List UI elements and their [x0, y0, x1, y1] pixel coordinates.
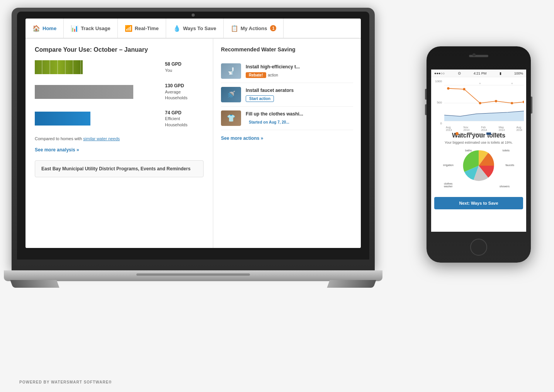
action-thumb-toilet: 🚽 — [221, 63, 241, 79]
clothes-icon: 👕 — [227, 114, 235, 122]
nav-ways-label: Ways To Save — [183, 25, 216, 31]
laptop-bezel: 🏠 Home 📊 Track Usage 📶 Real-Time 💧 Ways … — [17, 12, 369, 260]
y-label-1000: 1000 — [431, 80, 442, 83]
action-info-faucet: Install faucet aerators Start action — [246, 88, 353, 102]
phone-home-button[interactable] — [470, 239, 487, 256]
actions-badge: 1 — [270, 25, 276, 31]
nav-item-home[interactable]: 🏠 Home — [25, 19, 64, 38]
nav-item-real-time[interactable]: 📶 Real-Time — [118, 19, 166, 38]
left-panel: Compare Your Use: October – January 58 G… — [25, 39, 213, 248]
action-thumb-faucet: 🚿 — [221, 87, 241, 102]
programs-section: East Bay Municipal Utility District Prog… — [35, 160, 204, 177]
watch-desc: Your biggest estimated use is toilets at… — [435, 141, 522, 144]
rebate-suffix: action — [268, 73, 278, 77]
bar-green-pattern — [35, 60, 83, 74]
you-line — [448, 88, 524, 103]
action-item-toilet: 🚽 Install high-efficiency t... Rebate! a… — [221, 59, 353, 83]
bar-efficient-label: 74 GPD EfficientHouseholds — [165, 110, 204, 128]
laptop-nav: 🏠 Home 📊 Track Usage 📶 Real-Time 💧 Ways … — [25, 19, 361, 39]
nav-track-label: Track Usage — [81, 25, 110, 31]
right-panel-title: Recommended Water Saving — [221, 46, 353, 53]
bar-you-gpd: 58 GPD — [165, 61, 182, 67]
pie-label-showers: showers — [500, 185, 510, 188]
bar-average-gpd: 130 GPD — [165, 83, 184, 88]
action-name-clothes: Fill up the clothes washi... — [246, 111, 353, 117]
laptop-shell: 🏠 Home 📊 Track Usage 📶 Real-Time 💧 Ways … — [12, 8, 375, 270]
legend-you: You — [455, 132, 464, 135]
toilet-icon: 🚽 — [227, 67, 235, 75]
bar-you-label: 58 GPD You — [165, 61, 204, 73]
action-item-faucet: 🚿 Install faucet aerators Start action — [221, 83, 353, 107]
bar-efficient-sublabel: EfficientHouseholds — [165, 116, 187, 127]
next-ways-to-save-button[interactable]: Next: Ways to Save — [434, 197, 523, 209]
ways-to-save-icon: 💧 — [173, 25, 181, 32]
compare-note: Compared to homes with similar water nee… — [35, 136, 204, 141]
legend-average-label: Average — [473, 132, 483, 135]
nav-item-my-actions[interactable]: 📋 My Actions 1 — [224, 19, 284, 38]
nav-item-track-usage[interactable]: 📊 Track Usage — [64, 19, 118, 38]
started-label: Started on Aug 7, 20... — [246, 119, 292, 125]
bar-average — [35, 85, 133, 99]
nav-item-ways-to-save[interactable]: 💧 Ways To Save — [166, 19, 224, 38]
pie-chart-wrapper: baths toilets irrigation faucets clothes… — [440, 148, 517, 191]
my-actions-icon: 📋 — [231, 25, 238, 32]
y-label-0: 0 — [431, 122, 442, 125]
action-name-faucet: Install faucet aerators — [246, 88, 353, 93]
bar-row-efficient: 74 GPD EfficientHouseholds — [35, 110, 204, 128]
bar-row-average: 130 GPD AverageHouseholds — [35, 83, 204, 101]
action-info-toilet: Install high-efficiency t... Rebate! act… — [246, 64, 353, 78]
see-more-actions-link[interactable]: See more actions » — [221, 136, 353, 141]
footer-powered-by: POWERED BY WATERSMART SOFTWARE® — [19, 380, 112, 384]
legend-efficient-label: Efficient — [492, 132, 502, 135]
phone-watch-section: Watch your toilets Your biggest estimate… — [431, 127, 526, 194]
laptop-foot-right — [327, 280, 376, 288]
bar-efficient-container — [35, 112, 161, 126]
phone-chart-area: 1000 500 0 — [431, 77, 526, 127]
y-label-500: 500 — [431, 101, 442, 104]
chart-x-labels: Aug2013 Nov2013 Feb2014 May2014 Aug2014 — [444, 126, 524, 131]
x-may14: May2014 — [499, 126, 505, 131]
legend-average: Average — [467, 132, 483, 135]
bar-you — [35, 60, 83, 74]
star-1: ✦ — [479, 82, 481, 85]
phone-volume-down — [425, 104, 427, 115]
pie-chart-svg — [461, 148, 496, 183]
laptop-device: 🏠 Home 📊 Track Usage 📶 Real-Time 💧 Ways … — [12, 8, 375, 324]
legend-average-rect — [467, 132, 472, 135]
legend-efficient: Efficient — [486, 132, 502, 135]
phone-speaker — [469, 55, 488, 57]
bar-row-you: 58 GPD You — [35, 60, 204, 74]
x-nov13: Nov2013 — [464, 126, 470, 131]
laptop-base — [4, 270, 382, 281]
rebate-button[interactable]: Rebate! — [246, 72, 266, 78]
see-more-analysis-link[interactable]: See more analysis » — [35, 147, 204, 153]
pie-label-faucets: faucets — [505, 164, 514, 166]
phone-battery: 100% — [514, 71, 523, 75]
wifi-icon: ⊙ — [458, 71, 461, 75]
bar-efficient-gpd: 74 GPD — [165, 110, 182, 115]
phone-device: ●●●○○ ⊙ 4:21 PM ▮ 100% 1000 500 0 — [427, 46, 531, 263]
start-action-button[interactable]: Start action — [246, 95, 274, 102]
similar-needs-link[interactable]: similar water needs — [83, 136, 120, 141]
laptop-foot-left — [10, 280, 59, 288]
battery-icon: ▮ — [500, 71, 501, 75]
nav-actions-label: My Actions — [241, 25, 267, 31]
faucet-icon: 🚿 — [227, 90, 235, 99]
phone-front-camera — [472, 53, 476, 56]
laptop-screen: 🏠 Home 📊 Track Usage 📶 Real-Time 💧 Ways … — [25, 19, 361, 248]
action-name-toilet: Install high-efficiency t... — [246, 64, 353, 70]
phone-screen: ●●●○○ ⊙ 4:21 PM ▮ 100% 1000 500 0 — [431, 70, 526, 232]
left-panel-title: Compare Your Use: October – January — [35, 46, 204, 53]
legend-you-label: You — [460, 132, 464, 135]
phone-status-bar: ●●●○○ ⊙ 4:21 PM ▮ 100% — [431, 70, 526, 77]
chart-svg-area: ✦ ✦ — [444, 80, 524, 126]
right-panel: Recommended Water Saving 🚽 Install high-… — [213, 39, 361, 248]
nav-realtime-label: Real-Time — [135, 25, 159, 31]
x-feb14: Feb2014 — [481, 126, 487, 131]
legend-efficient-rect — [486, 132, 491, 135]
track-usage-icon: 📊 — [71, 25, 78, 32]
screen-main-content: Compare Your Use: October – January 58 G… — [25, 39, 361, 248]
home-icon: 🏠 — [32, 25, 40, 32]
action-item-clothes: 👕 Fill up the clothes washi... Started o… — [221, 107, 353, 130]
star-2: ✦ — [511, 82, 513, 85]
